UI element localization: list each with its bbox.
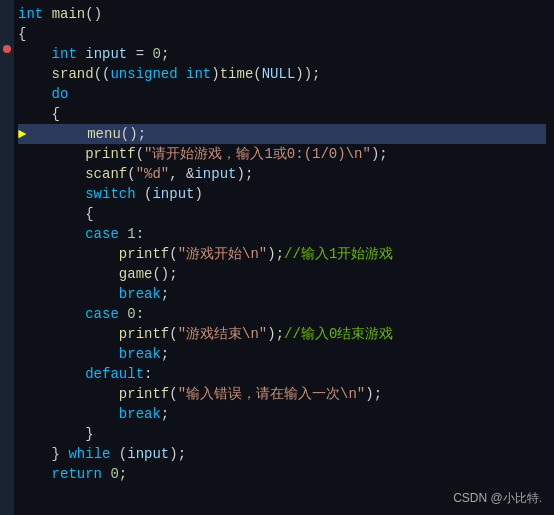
code-area[interactable]: int main() { int input = 0; srand((unsig… (14, 0, 554, 515)
gutter-line-17 (3, 292, 11, 310)
code-line-13: printf("游戏开始\n");//输入1开始游戏 (18, 244, 546, 264)
gutter-line-5 (3, 76, 11, 94)
gutter-line-22 (3, 382, 11, 400)
gutter-line-16 (3, 274, 11, 292)
gutter-line-1 (3, 4, 11, 22)
code-line-6: { (18, 104, 546, 124)
code-line-14: game(); (18, 264, 546, 284)
code-line-17: printf("游戏结束\n");//输入0结束游戏 (18, 324, 546, 344)
code-line-4: srand((unsigned int)time(NULL)); (18, 64, 546, 84)
gutter-line-19 (3, 328, 11, 346)
gutter-line-10 (3, 166, 11, 184)
code-line-9: scanf("%d", &input); (18, 164, 546, 184)
code-line-7: ► menu(); (18, 124, 546, 144)
gutter-line-21 (3, 364, 11, 382)
code-line-1: int main() (18, 4, 546, 24)
gutter-line-24 (3, 418, 11, 436)
breakpoint-dot (3, 45, 11, 53)
code-line-2: { (18, 24, 546, 44)
gutter-line-23 (3, 400, 11, 418)
gutter-line-18 (3, 310, 11, 328)
gutter-line-12 (3, 202, 11, 220)
gutter-line-13 (3, 220, 11, 238)
gutter (0, 0, 14, 515)
gutter-line-6 (3, 94, 11, 112)
code-line-16: case 0: (18, 304, 546, 324)
gutter-line-3 (3, 40, 11, 58)
gutter-line-20 (3, 346, 11, 364)
code-line-5: do (18, 84, 546, 104)
code-line-3: int input = 0; (18, 44, 546, 64)
watermark: CSDN @小比特. (453, 490, 542, 507)
code-line-22: } (18, 424, 546, 444)
gutter-line-9 (3, 148, 11, 166)
code-line-12: case 1: (18, 224, 546, 244)
code-line-20: printf("输入错误，请在输入一次\n"); (18, 384, 546, 404)
code-line-10: switch (input) (18, 184, 546, 204)
code-line-18: break; (18, 344, 546, 364)
gutter-line-15 (3, 256, 11, 274)
gutter-line-11 (3, 184, 11, 202)
code-line-23: } while (input); (18, 444, 546, 464)
token-int: int (18, 4, 43, 24)
token-main: main (52, 4, 86, 24)
code-line-11: { (18, 204, 546, 224)
code-line-21: break; (18, 404, 546, 424)
gutter-line-8 (3, 130, 11, 148)
code-line-8: printf("请开始游戏，输入1或0:(1/0)\n"); (18, 144, 546, 164)
gutter-line-14 (3, 238, 11, 256)
code-line-15: break; (18, 284, 546, 304)
code-line-24: return 0; (18, 464, 546, 484)
gutter-line-7 (3, 112, 11, 130)
code-line-19: default: (18, 364, 546, 384)
gutter-line-4 (3, 58, 11, 76)
code-editor: int main() { int input = 0; srand((unsig… (0, 0, 554, 515)
gutter-line-2 (3, 22, 11, 40)
